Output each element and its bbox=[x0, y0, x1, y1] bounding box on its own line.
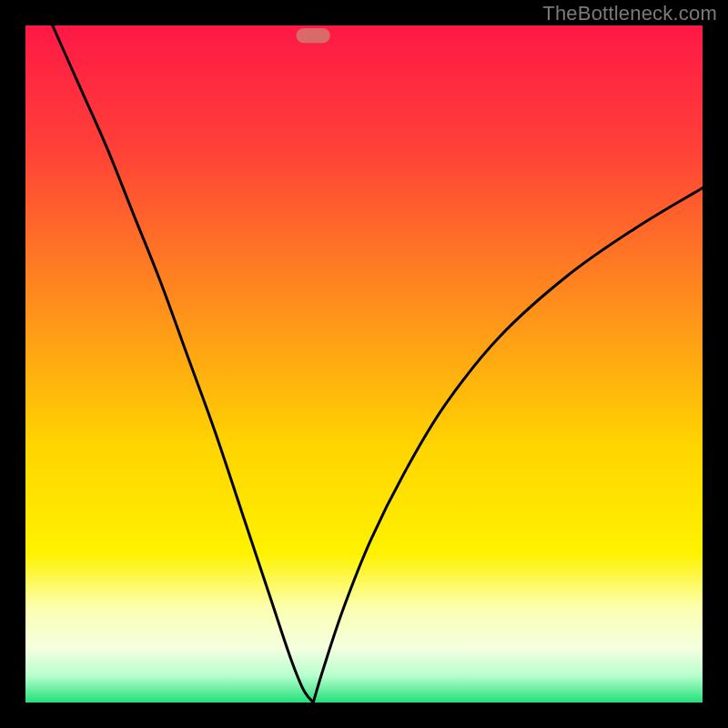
chart-svg bbox=[25, 25, 703, 703]
chart-frame: TheBottleneck.com bbox=[0, 0, 728, 728]
dip-marker bbox=[297, 28, 330, 43]
dip-marker-rect bbox=[297, 28, 330, 43]
gradient-background bbox=[25, 25, 703, 703]
plot-area bbox=[25, 25, 703, 703]
watermark-text: TheBottleneck.com bbox=[542, 2, 717, 25]
